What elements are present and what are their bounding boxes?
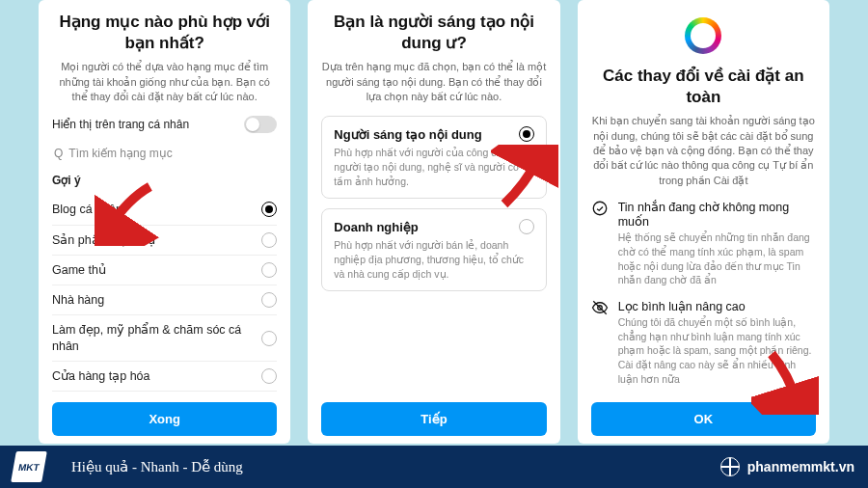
screen-creator: Bạn là người sáng tạo nội dung ư? Dựa tr… [308,0,559,444]
search-icon: Q [54,147,63,160]
category-item[interactable]: Nhà hàng [52,285,277,315]
screen1-subtitle: Mọi người có thể dựa vào hạng mục để tìm… [52,60,277,104]
option-title: Người sáng tạo nội dung [334,127,481,142]
radio-unselected[interactable] [261,232,277,248]
info-title: Lọc bình luận nâng cao [618,299,816,313]
option-title: Doanh nghiệp [334,220,418,234]
radio-unselected[interactable] [261,331,277,346]
done-button[interactable]: Xong [52,402,277,436]
option-desc: Phù hợp nhất với người bán lẻ, doanh ngh… [334,238,533,281]
info-desc: Hệ thống sẽ chuyển những tin nhắn đang c… [618,230,816,287]
toggle-switch[interactable] [244,116,277,133]
footer-site[interactable]: phanmemmkt.vn [720,457,854,476]
logo-badge: MKT [11,451,47,482]
option-business[interactable]: Doanh nghiệp Phù hợp nhất với người bán … [321,208,546,291]
info-desc: Chúng tôi đã chuyển một số bình luận, ch… [618,315,816,386]
screen3-title: Các thay đổi về cài đặt an toàn [591,66,816,108]
option-creator[interactable]: Người sáng tạo nội dung Phù hợp nhất với… [321,116,546,199]
category-label: Game thủ [52,262,106,278]
footer-tagline: Hiệu quả - Nhanh - Dễ dùng [71,458,243,475]
mkt-logo: MKT [14,451,44,482]
radio-unselected[interactable] [261,292,277,308]
category-label: Làm đẹp, mỹ phẩm & chăm sóc cá nhân [52,322,261,354]
show-on-profile-row[interactable]: Hiển thị trên trang cá nhân [52,116,277,133]
svg-point-0 [593,202,607,215]
category-item[interactable]: Blog cá nhân [52,195,277,225]
screen2-subtitle: Dựa trên hạng mục đã chọn, bạn có thể là… [321,60,546,104]
category-item[interactable]: Game thủ [52,256,277,285]
category-item[interactable]: Cửa hàng tạp hóa [52,362,277,392]
screen1-title: Hạng mục nào phù hợp với bạn nhất? [52,12,277,54]
footer-bar: MKT Hiệu quả - Nhanh - Dễ dùng phanmemmk… [0,446,868,488]
next-button[interactable]: Tiếp [321,402,546,436]
category-label: Sản phẩm/Dịch vụ [52,232,155,248]
site-url: phanmemmkt.vn [747,459,854,474]
info-comment-filter: Lọc bình luận nâng cao Chúng tôi đã chuy… [591,299,816,386]
suggest-label: Gợi ý [52,174,277,187]
search-placeholder: Tìm kiếm hạng mục [68,147,172,160]
screen-category: Hạng mục nào phù hợp với bạn nhất? Mọi n… [39,0,290,444]
radio-unselected[interactable] [261,368,277,384]
screen-safety: Các thay đổi về cài đặt an toàn Khi bạn … [578,0,829,444]
category-list: Blog cá nhânSản phẩm/Dịch vụGame thủNhà … [52,195,277,402]
radio-selected[interactable] [519,126,534,142]
screen3-subtitle: Khi bạn chuyển sang tài khoản người sáng… [591,114,816,188]
radio-selected[interactable] [261,202,277,217]
radio-unselected[interactable] [261,262,277,278]
category-label: Cửa hàng tạp hóa [52,368,150,384]
search-input[interactable]: Q Tìm kiếm hạng mục [52,143,277,164]
screen2-title: Bạn là người sáng tạo nội dung ư? [321,12,546,54]
message-icon [591,200,609,287]
category-label: Nhà hàng [52,292,104,308]
instagram-gradient-icon [685,17,721,54]
info-pending-messages: Tin nhắn đang chờ không mong muốn Hệ thố… [591,200,816,287]
radio-unselected[interactable] [519,219,534,234]
category-item[interactable]: Làm đẹp, mỹ phẩm & chăm sóc cá nhân [52,315,277,362]
globe-icon [720,457,740,476]
category-item[interactable]: Sản phẩm/Dịch vụ [52,226,277,256]
option-desc: Phù hợp nhất với người của công chúng, n… [334,146,533,188]
eye-off-icon [591,299,609,386]
toggle-label: Hiển thị trên trang cá nhân [52,118,189,131]
category-label: Blog cá nhân [52,202,122,217]
ok-button[interactable]: OK [591,402,816,436]
info-title: Tin nhắn đang chờ không mong muốn [618,200,816,229]
